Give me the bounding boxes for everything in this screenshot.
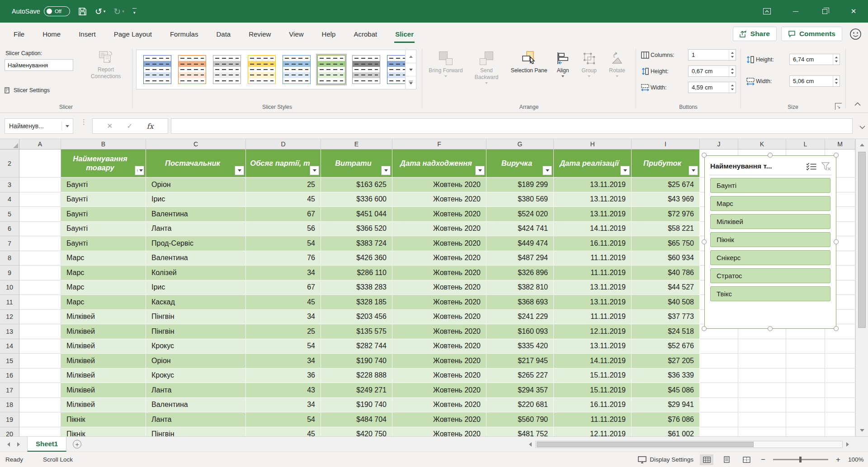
save-button[interactable]: [78, 7, 87, 16]
slicer-style-green[interactable]: [316, 54, 347, 85]
table-cell[interactable]: 13.11.2019: [554, 339, 632, 354]
close-button[interactable]: ✕: [839, 0, 868, 23]
table-cell[interactable]: $45 086: [632, 383, 700, 398]
slicer-style-blue-2[interactable]: [386, 54, 405, 85]
table-cell[interactable]: Жовтень 2020: [392, 354, 486, 369]
name-box-dropdown-icon[interactable]: [62, 125, 73, 127]
table-cell[interactable]: $336 600: [321, 192, 392, 207]
empty-cell[interactable]: [786, 427, 825, 437]
table-cell[interactable]: Мілківей: [61, 324, 146, 339]
table-cell[interactable]: $160 093: [486, 324, 554, 339]
button-width-spinner[interactable]: [729, 82, 736, 93]
bring-forward-button[interactable]: Bring Forward: [428, 49, 464, 77]
table-header-cell[interactable]: Дата реалізації: [554, 149, 632, 177]
cancel-button[interactable]: ✕: [107, 122, 113, 130]
table-cell[interactable]: $29 941: [632, 398, 700, 413]
tab-data[interactable]: Data: [207, 23, 240, 45]
table-cell[interactable]: $451 044: [321, 207, 392, 222]
tab-formulas[interactable]: Formulas: [161, 23, 208, 45]
size-height-spinbox[interactable]: 6,74 cm: [789, 54, 840, 65]
scroll-left-button[interactable]: [525, 439, 535, 450]
table-cell[interactable]: $189 299: [486, 177, 554, 192]
slicer-style-gray[interactable]: [212, 54, 242, 85]
table-cell[interactable]: Мілківей: [61, 310, 146, 325]
slicer-item-снікерс[interactable]: Снікерс: [710, 250, 830, 265]
empty-cell[interactable]: [19, 427, 61, 437]
empty-cell[interactable]: [19, 149, 61, 177]
table-cell[interactable]: 11.11.2019: [554, 251, 632, 266]
row-header-7[interactable]: 7: [0, 236, 19, 251]
table-cell[interactable]: $61 002: [632, 427, 700, 437]
empty-cell[interactable]: [19, 354, 61, 369]
table-cell[interactable]: 13.11.2019: [554, 177, 632, 192]
empty-cell[interactable]: [738, 339, 786, 354]
selection-pane-button[interactable]: Selection Pane: [509, 49, 549, 74]
empty-cell[interactable]: [825, 354, 855, 369]
column-header-B[interactable]: B: [61, 139, 146, 149]
row-header-16[interactable]: 16: [0, 369, 19, 383]
column-header-C[interactable]: C: [146, 139, 246, 149]
empty-cell[interactable]: [700, 412, 738, 427]
table-cell[interactable]: $366 520: [321, 222, 392, 237]
tab-help[interactable]: Help: [313, 23, 345, 45]
table-cell[interactable]: 13.11.2019: [554, 207, 632, 222]
empty-cell[interactable]: [19, 369, 61, 383]
filter-button[interactable]: [542, 166, 552, 175]
column-header-G[interactable]: G: [486, 139, 554, 149]
empty-cell[interactable]: [738, 427, 786, 437]
table-cell[interactable]: $326 896: [486, 266, 554, 280]
filter-button[interactable]: [689, 166, 698, 175]
size-width-spinbox[interactable]: 5,06 cm: [789, 75, 840, 87]
row-header-11[interactable]: 11: [0, 295, 19, 310]
empty-cell[interactable]: [786, 412, 825, 427]
table-cell[interactable]: $328 185: [321, 295, 392, 310]
table-cell[interactable]: 34: [246, 310, 321, 325]
gallery-more-button[interactable]: [406, 76, 416, 89]
table-cell[interactable]: $27 205: [632, 354, 700, 369]
table-cell[interactable]: 36: [246, 369, 321, 383]
slicer-handle-sw[interactable]: [702, 326, 707, 331]
minimize-button[interactable]: [781, 0, 810, 23]
scroll-down-button[interactable]: [856, 425, 868, 436]
empty-cell[interactable]: [738, 398, 786, 413]
button-width-spinbox[interactable]: 4,59 cm: [688, 82, 736, 93]
table-cell[interactable]: $380 569: [486, 192, 554, 207]
table-cell[interactable]: $282 744: [321, 339, 392, 354]
table-cell[interactable]: Мілківей: [61, 369, 146, 383]
table-cell[interactable]: Жовтень 2020: [392, 192, 486, 207]
zoom-out-button[interactable]: −: [760, 455, 767, 464]
table-cell[interactable]: Марс: [61, 295, 146, 310]
table-cell[interactable]: Каскад: [146, 295, 246, 310]
horizontal-scrollbar-thumb[interactable]: [537, 442, 754, 447]
table-cell[interactable]: Крокус: [146, 369, 246, 383]
slicer-handle-s[interactable]: [768, 326, 773, 331]
table-cell[interactable]: Крокус: [146, 339, 246, 354]
table-cell[interactable]: Мілківей: [61, 339, 146, 354]
table-cell[interactable]: Ланта: [146, 383, 246, 398]
table-cell[interactable]: $241 229: [486, 310, 554, 325]
report-connections-button[interactable]: Report Connections: [82, 48, 129, 80]
table-cell[interactable]: $65 750: [632, 236, 700, 251]
slicer-caption-input[interactable]: [5, 59, 73, 71]
table-header-cell[interactable]: Найменування товару↑: [61, 149, 146, 177]
size-height-spinner[interactable]: [833, 54, 840, 65]
empty-cell[interactable]: [19, 207, 61, 222]
table-cell[interactable]: Ланта: [146, 222, 246, 237]
customize-qat-button[interactable]: ▾: [132, 8, 137, 15]
sheet-tab-sheet1[interactable]: Sheet1: [27, 437, 66, 452]
table-cell[interactable]: Марс: [61, 266, 146, 280]
vertical-scrollbar[interactable]: [855, 139, 868, 436]
table-cell[interactable]: Пінгвін: [146, 427, 246, 437]
table-cell[interactable]: Ірис: [146, 192, 246, 207]
table-cell[interactable]: 67: [246, 280, 321, 295]
filter-button[interactable]: [620, 166, 630, 175]
button-height-spinbox[interactable]: 0,67 cm: [688, 65, 736, 77]
table-cell[interactable]: $58 221: [632, 222, 700, 237]
table-cell[interactable]: $217 945: [486, 354, 554, 369]
slicer-item-марс[interactable]: Марс: [710, 196, 830, 211]
table-cell[interactable]: $249 271: [321, 383, 392, 398]
table-cell[interactable]: $190 740: [321, 398, 392, 413]
slicer-item-пікнік[interactable]: Пікнік: [710, 232, 830, 247]
row-header-14[interactable]: 14: [0, 339, 19, 354]
view-normal-button[interactable]: [700, 454, 713, 465]
